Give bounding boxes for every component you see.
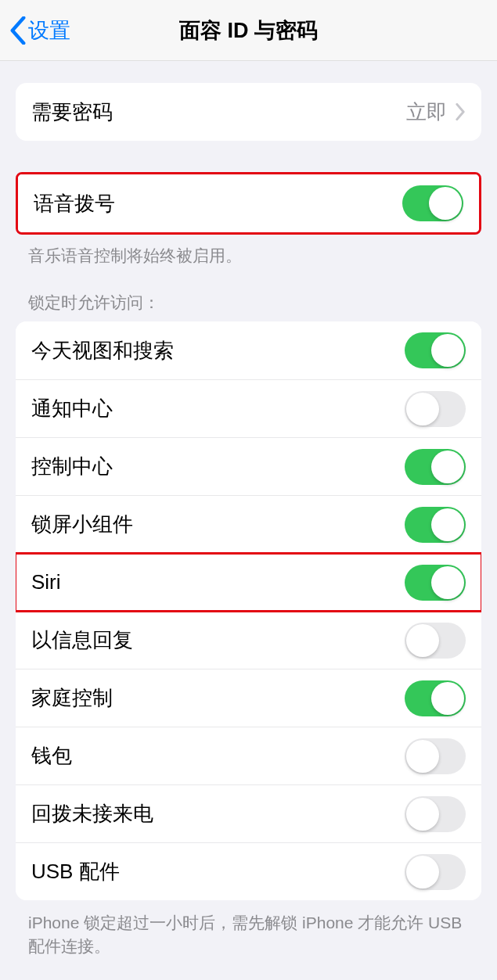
lock-access-row: 锁屏小组件	[16, 495, 481, 553]
lock-access-row: 回拨未接来电	[16, 784, 481, 842]
lock-access-toggle[interactable]	[405, 623, 466, 659]
toggle-knob	[431, 334, 464, 367]
lock-access-toggle[interactable]	[405, 854, 466, 890]
lock-access-toggle[interactable]	[405, 565, 466, 601]
lock-access-toggle[interactable]	[405, 507, 466, 543]
lock-access-row: 今天视图和搜索	[16, 321, 481, 379]
toggle-knob	[431, 682, 464, 715]
require-passcode-label: 需要密码	[31, 99, 406, 126]
lock-access-toggle[interactable]	[405, 332, 466, 368]
lock-access-row: 以信息回复	[16, 611, 481, 669]
lock-access-header: 锁定时允许访问：	[28, 292, 469, 314]
toggle-knob	[431, 451, 464, 483]
require-passcode-row[interactable]: 需要密码 立即	[16, 83, 481, 141]
chevron-left-icon	[9, 16, 27, 45]
lock-access-label: 控制中心	[31, 453, 405, 480]
toggle-knob	[429, 187, 462, 220]
lock-access-row: 钱包	[16, 727, 481, 784]
toggle-knob	[406, 624, 439, 657]
lock-access-row: 控制中心	[16, 437, 481, 495]
toggle-knob	[406, 798, 439, 831]
lock-access-group: 今天视图和搜索通知中心控制中心锁屏小组件Siri以信息回复家庭控制钱包回拨未接来…	[16, 321, 481, 900]
lock-access-row: 通知中心	[16, 379, 481, 437]
lock-access-label: 以信息回复	[31, 626, 405, 654]
lock-access-toggle[interactable]	[405, 796, 466, 832]
voice-dial-toggle[interactable]	[402, 185, 463, 221]
lock-access-label: 家庭控制	[31, 684, 405, 712]
lock-access-label: 钱包	[31, 742, 405, 770]
lock-access-row: Siri	[16, 553, 481, 611]
toggle-knob	[406, 740, 439, 773]
voice-dial-group: 语音拨号	[16, 172, 481, 235]
lock-access-label: 锁屏小组件	[31, 511, 405, 538]
passcode-group: 需要密码 立即	[16, 83, 481, 141]
back-button[interactable]: 设置	[9, 16, 70, 45]
lock-access-row: 家庭控制	[16, 669, 481, 727]
lock-access-label: USB 配件	[31, 858, 405, 885]
voice-dial-label: 语音拨号	[34, 190, 402, 217]
toggle-knob	[431, 566, 464, 599]
toggle-knob	[406, 856, 439, 888]
lock-access-toggle[interactable]	[405, 449, 466, 485]
voice-dial-footer: 音乐语音控制将始终被启用。	[28, 244, 469, 267]
voice-dial-row: 语音拨号	[18, 174, 479, 232]
lock-access-label: 今天视图和搜索	[31, 337, 405, 364]
lock-access-label: 通知中心	[31, 395, 405, 422]
page-title: 面容 ID 与密码	[179, 16, 318, 45]
lock-access-toggle[interactable]	[405, 391, 466, 427]
lock-access-label: Siri	[31, 570, 405, 594]
lock-access-toggle[interactable]	[405, 680, 466, 716]
nav-bar: 设置 面容 ID 与密码	[0, 0, 497, 61]
require-passcode-value: 立即	[406, 99, 447, 126]
lock-access-toggle[interactable]	[405, 738, 466, 774]
lock-access-label: 回拨未接来电	[31, 800, 405, 827]
lock-access-row: USB 配件	[16, 842, 481, 900]
toggle-knob	[431, 508, 464, 541]
toggle-knob	[406, 393, 439, 425]
back-label: 设置	[28, 16, 70, 45]
lock-access-footer: iPhone 锁定超过一小时后，需先解锁 iPhone 才能允许 USB 配件连…	[28, 911, 469, 957]
chevron-right-icon	[455, 103, 466, 120]
